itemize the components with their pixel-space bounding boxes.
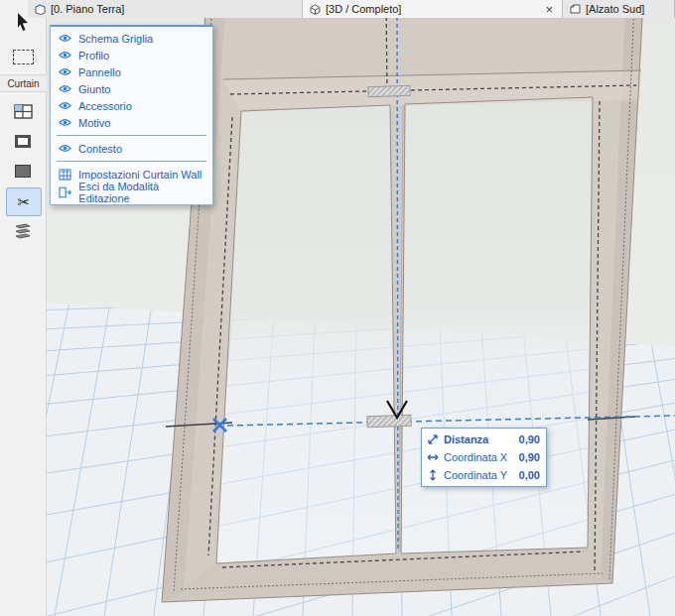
menu-item-contesto[interactable]: Contesto bbox=[51, 140, 212, 157]
menu-item-esci-modalita-editazione[interactable]: Esci da Modalità Editazione bbox=[51, 184, 212, 201]
menu-item-accessorio[interactable]: Accessorio bbox=[51, 97, 212, 114]
menu-item-pannello[interactable]: Pannello bbox=[51, 63, 212, 80]
menu-item-label: Accessorio bbox=[78, 100, 132, 112]
tab-3d-completo[interactable]: [3D / Completo] × bbox=[303, 0, 563, 18]
scissors-icon: ✂ bbox=[18, 193, 31, 211]
panel-icon bbox=[15, 165, 31, 178]
vertical-arrow-icon bbox=[427, 469, 439, 481]
menu-item-label: Pannello bbox=[78, 66, 121, 78]
split-tool-button[interactable]: ✂ bbox=[6, 187, 42, 216]
tab-label: [Alzato Sud] bbox=[586, 3, 644, 15]
tab-close-icon[interactable]: × bbox=[543, 4, 555, 15]
tab-label: [0. Piano Terra] bbox=[51, 3, 124, 15]
tracker-label: Coordinata X bbox=[444, 451, 514, 463]
menu-item-label: Contesto bbox=[78, 143, 122, 155]
grid-scheme-tool-button[interactable] bbox=[6, 98, 40, 125]
menu-item-label: Schema Griglia bbox=[78, 33, 153, 45]
menu-item-profilo[interactable]: Profilo bbox=[51, 47, 212, 63]
tracker-row-coordinate-x: Coordinata X 0,90 bbox=[422, 448, 546, 466]
menu-separator bbox=[57, 135, 206, 136]
eye-icon bbox=[59, 34, 71, 43]
archicad-window: [0. Piano Terra] [3D / Completo] × [Alza… bbox=[0, 0, 675, 616]
toolbar-section-label: Curtain bbox=[0, 74, 47, 92]
panel-tool-button[interactable] bbox=[6, 158, 40, 185]
tab-piano-terra[interactable]: [0. Piano Terra] bbox=[28, 0, 303, 18]
marquee-icon bbox=[13, 50, 34, 64]
horizontal-arrow-icon bbox=[427, 451, 439, 463]
settings-grid-icon bbox=[59, 169, 71, 181]
exit-door-icon bbox=[59, 186, 71, 198]
tracker-row-distance: Distanza 0,90 bbox=[422, 431, 546, 448]
tab-label: [3D / Completo] bbox=[326, 3, 401, 15]
menu-item-label: Profilo bbox=[78, 50, 109, 62]
menu-item-schema-griglia[interactable]: Schema Griglia bbox=[51, 30, 212, 47]
menu-item-giunto[interactable]: Giunto bbox=[51, 80, 212, 97]
layers-icon bbox=[13, 222, 33, 240]
coordinate-tracker: Distanza 0,90 Coordinata X 0,90 Coordina… bbox=[421, 428, 547, 487]
marquee-tool-button[interactable] bbox=[6, 44, 40, 70]
3d-view-icon bbox=[310, 4, 321, 15]
eye-icon bbox=[59, 101, 71, 110]
menu-item-label: Giunto bbox=[78, 83, 110, 95]
tracker-label: Distanza bbox=[444, 433, 514, 445]
tracker-row-coordinate-y: Coordinata Y 0,00 bbox=[422, 466, 546, 484]
eye-icon bbox=[59, 118, 71, 127]
eye-icon bbox=[59, 84, 71, 93]
curtain-wall-context-menu: Schema Griglia Profilo Pannello Giunto bbox=[50, 25, 213, 205]
layers-tool-button[interactable] bbox=[6, 217, 40, 244]
tracker-label: Coordinata Y bbox=[444, 469, 514, 481]
frame-tool-button[interactable] bbox=[6, 128, 40, 155]
frame-icon bbox=[15, 135, 31, 148]
grid-scheme-icon bbox=[14, 104, 33, 119]
tab-bar: [0. Piano Terra] [3D / Completo] × [Alza… bbox=[28, 0, 675, 18]
elevation-icon bbox=[570, 4, 581, 15]
eye-icon bbox=[59, 144, 71, 153]
left-toolbar: Curtain ✂ bbox=[0, 0, 47, 616]
tab-alzato-sud[interactable]: [Alzato Sud] bbox=[563, 0, 675, 18]
tracker-value[interactable]: 0,00 bbox=[519, 469, 540, 481]
tracker-value[interactable]: 0,90 bbox=[519, 451, 540, 463]
menu-separator bbox=[57, 161, 206, 162]
diagonal-arrow-icon bbox=[427, 433, 439, 445]
menu-item-motivo[interactable]: Motivo bbox=[51, 114, 212, 131]
eye-icon bbox=[59, 51, 71, 60]
tracker-value[interactable]: 0,90 bbox=[519, 433, 540, 445]
floor-plan-icon bbox=[35, 4, 46, 15]
menu-item-label: Esci da Modalità Editazione bbox=[78, 181, 206, 204]
eye-icon bbox=[59, 67, 71, 76]
menu-item-label: Impostazioni Curtain Wall bbox=[78, 169, 202, 181]
menu-item-label: Motivo bbox=[78, 117, 110, 129]
